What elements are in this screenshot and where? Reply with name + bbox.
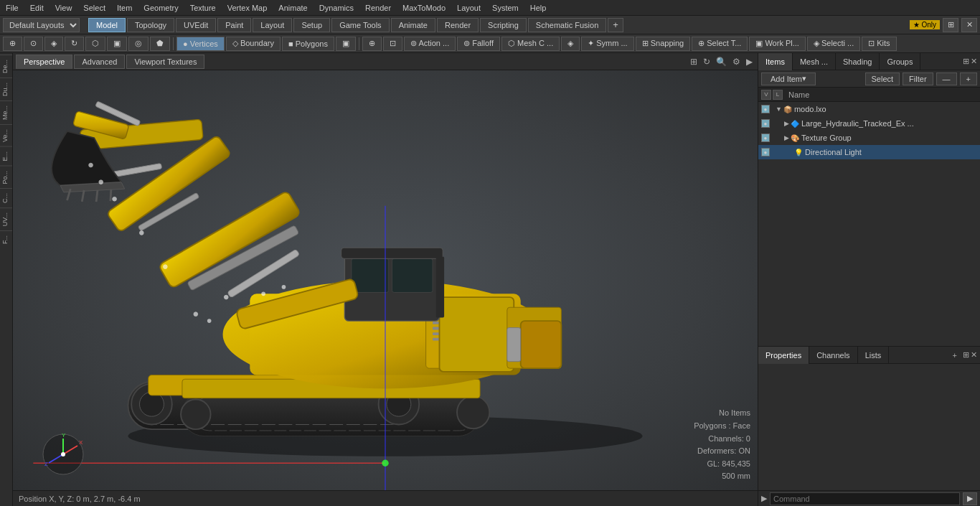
left-tool-6[interactable]: C... <box>0 188 12 207</box>
item-directional-light[interactable]: ● 💡 Directional Light <box>758 145 980 159</box>
props-close-icon[interactable]: ✕ <box>971 350 977 360</box>
left-tool-0[interactable]: De... <box>0 55 12 78</box>
col-icon-vis[interactable]: V <box>761 90 771 100</box>
star-only-badge[interactable]: ★ Only <box>910 20 940 29</box>
kits-btn[interactable]: ⊡ Kits <box>862 37 896 51</box>
command-input[interactable] <box>770 492 960 505</box>
sel-mode-btn[interactable]: ▣ <box>336 37 356 51</box>
menu-help[interactable]: Help <box>524 2 552 14</box>
tab-render[interactable]: Render <box>437 18 479 32</box>
menu-texture[interactable]: Texture <box>184 2 222 14</box>
tab-model[interactable]: Model <box>88 18 126 32</box>
vp-expand-icon[interactable]: ⊞ <box>688 57 699 67</box>
menu-layout[interactable]: Layout <box>451 2 486 14</box>
select-items-btn[interactable]: Select <box>865 72 900 85</box>
menu-system[interactable]: System <box>486 2 524 14</box>
symmetry-btn[interactable]: ✦ Symm ... <box>581 37 633 51</box>
left-tool-7[interactable]: UV... <box>0 207 12 230</box>
left-tool-5[interactable]: Po... <box>0 166 12 189</box>
menu-file[interactable]: File <box>0 2 24 14</box>
select-tools-btn[interactable]: ⊕ Select T... <box>692 37 748 51</box>
props-tab-channels[interactable]: Channels <box>809 347 857 364</box>
item-vis-btn-3[interactable]: ● <box>761 148 770 156</box>
items-tab-shading[interactable]: Shading <box>836 53 880 70</box>
menu-vertexmap[interactable]: Vertex Map <box>222 2 273 14</box>
props-tab-properties[interactable]: Properties <box>758 347 809 364</box>
lasso-select-btn[interactable]: ⬟ <box>150 37 170 51</box>
menu-dynamics[interactable]: Dynamics <box>314 2 359 14</box>
snap-origin-btn[interactable]: ⊕ <box>362 37 382 51</box>
tab-uvedit[interactable]: UVEdit <box>176 18 216 32</box>
command-enter-btn[interactable]: ▶ <box>963 492 977 505</box>
item-vis-btn-1[interactable]: ● <box>761 119 770 128</box>
menu-view[interactable]: View <box>50 2 78 14</box>
menu-animate[interactable]: Animate <box>273 2 313 14</box>
filter-items-btn[interactable]: Filter <box>903 72 933 85</box>
items-collapse-btn[interactable]: + <box>960 72 977 85</box>
left-tool-3[interactable]: Ve... <box>0 124 12 146</box>
vp-settings-icon[interactable]: ⚙ <box>730 57 743 67</box>
sym-icon-btn[interactable]: ◈ <box>561 37 580 51</box>
circle-select-btn[interactable]: ◎ <box>128 37 149 51</box>
vertices-btn[interactable]: ● ● VerticesVertices <box>176 37 225 51</box>
action-btn[interactable]: ⊚ Action ... <box>404 37 456 51</box>
tab-paint[interactable]: Paint <box>217 18 251 32</box>
add-tab-button[interactable]: + <box>608 18 623 32</box>
vp-tab-textures[interactable]: Viewport Textures <box>126 55 204 69</box>
origin-tool-btn[interactable]: ⊕ <box>3 37 22 51</box>
viewport-canvas[interactable]: No Items Polygons : Face Channels: 0 Def… <box>13 70 758 490</box>
menu-edit[interactable]: Edit <box>24 2 50 14</box>
item-vis-btn-0[interactable]: ● <box>761 105 770 113</box>
props-expand-icon[interactable]: ⊞ <box>963 350 969 360</box>
tab-setup[interactable]: Setup <box>293 18 330 32</box>
snapping-btn[interactable]: ⊞ Snapping <box>636 37 691 51</box>
boundary-btn[interactable]: ◇ Boundary <box>226 37 281 51</box>
polygons-btn[interactable]: ■ Polygons <box>282 37 334 51</box>
vp-tab-advanced[interactable]: Advanced <box>74 55 125 69</box>
item-expand-0[interactable]: ▼ <box>776 106 782 113</box>
items-tab-items[interactable]: Items <box>758 53 793 70</box>
items-close-icon[interactable]: ✕ <box>971 57 977 66</box>
tab-animate[interactable]: Animate <box>391 18 435 32</box>
layout-dropdown[interactable]: Default Layouts <box>3 18 80 32</box>
item-expand-1[interactable]: ▶ <box>784 120 789 127</box>
vp-refresh-icon[interactable]: ↻ <box>701 57 712 67</box>
rot-tool-btn[interactable]: ◈ <box>44 37 63 51</box>
vp-tab-perspective[interactable]: Perspective <box>16 55 72 69</box>
resize-icon-btn[interactable]: ⊞ <box>943 18 958 32</box>
left-tool-8[interactable]: F... <box>0 230 12 248</box>
workplane-btn[interactable]: ▣ Work Pl... <box>749 37 806 51</box>
menu-select[interactable]: Select <box>77 2 111 14</box>
col-icon-lock[interactable]: L <box>773 90 783 100</box>
tab-topology[interactable]: Topology <box>127 18 174 32</box>
vp-search-icon[interactable]: 🔍 <box>714 57 729 67</box>
snap-grid-btn[interactable]: ⊡ <box>383 37 402 51</box>
items-more-btn[interactable]: — <box>936 72 957 85</box>
close-icon-btn[interactable]: ✕ <box>961 18 977 32</box>
items-resize-icon[interactable]: ⊞ <box>963 57 969 66</box>
items-tab-groups[interactable]: Groups <box>880 53 920 70</box>
hex-tool-btn[interactable]: ⬡ <box>85 37 105 51</box>
item-texture-group[interactable]: ● ▶ 🎨 Texture Group <box>758 131 980 145</box>
tab-schematicfusion[interactable]: Schematic Fusion <box>528 18 606 32</box>
item-modo-lxo[interactable]: ● ▼ 📦 modo.lxo <box>758 102 980 116</box>
item-expand-2[interactable]: ▶ <box>784 134 789 141</box>
add-item-button[interactable]: Add Item ▾ <box>761 72 816 85</box>
props-add-btn[interactable]: + <box>948 351 961 360</box>
mesh-constraint-btn[interactable]: ⬡ Mesh C ... <box>501 37 560 51</box>
menu-geometry[interactable]: Geometry <box>138 2 184 14</box>
tab-layout[interactable]: Layout <box>253 18 292 32</box>
grid-tool-btn[interactable]: ⊙ <box>24 37 43 51</box>
tab-scripting[interactable]: Scripting <box>480 18 527 32</box>
left-tool-4[interactable]: E... <box>0 146 12 166</box>
menu-render[interactable]: Render <box>359 2 397 14</box>
box-select-btn[interactable]: ▣ <box>107 37 127 51</box>
item-vis-btn-2[interactable]: ● <box>761 133 770 142</box>
falloff-btn[interactable]: ⊚ Falloff <box>457 37 500 51</box>
free-tool-btn[interactable]: ↻ <box>65 37 84 51</box>
props-tab-lists[interactable]: Lists <box>858 347 890 364</box>
menu-maxtomodo[interactable]: MaxToModo <box>397 2 451 14</box>
tab-gametools[interactable]: Game Tools <box>331 18 390 32</box>
items-tab-mesh[interactable]: Mesh ... <box>793 53 836 70</box>
selection-btn[interactable]: ◈ Selecti ... <box>807 37 860 51</box>
